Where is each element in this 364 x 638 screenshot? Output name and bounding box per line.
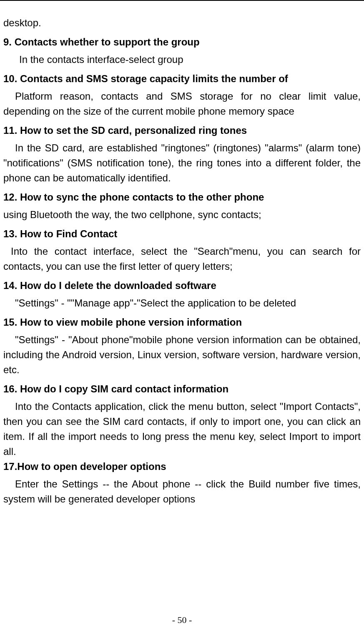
section-body-14: "Settings" - ""Manage app"-"Select the a… bbox=[3, 296, 361, 311]
section-body-11: In the SD card, are established "rington… bbox=[3, 141, 361, 186]
fragment-text: desktop. bbox=[3, 15, 361, 30]
section-body-13: Into the contact interface, select the "… bbox=[3, 244, 361, 274]
section-heading-13: 13. How to Find Contact bbox=[3, 226, 361, 241]
section-body-15: "Settings" - "About phone"mobile phone v… bbox=[3, 332, 361, 377]
section-heading-9: 9. Contacts whether to support the group bbox=[3, 35, 361, 50]
section-body-16: Into the Contacts application, click the… bbox=[3, 399, 361, 459]
page-number: - 50 - bbox=[0, 615, 364, 625]
section-heading-10: 10. Contacts and SMS storage capacity li… bbox=[3, 71, 361, 86]
document-content: desktop. 9. Contacts whether to support … bbox=[3, 15, 361, 507]
section-body-9: In the contacts interface-select group bbox=[3, 52, 361, 67]
section-heading-12: 12. How to sync the phone contacts to th… bbox=[3, 190, 361, 205]
section-body-17: Enter the Settings -- the About phone --… bbox=[3, 477, 361, 507]
section-heading-15: 15. How to view mobile phone version inf… bbox=[3, 315, 361, 330]
section-heading-16: 16. How do I copy SIM card contact infor… bbox=[3, 382, 361, 397]
section-heading-14: 14. How do I delete the downloaded softw… bbox=[3, 278, 361, 293]
section-body-12: using Bluetooth the way, the two cellpho… bbox=[3, 207, 361, 222]
section-body-10: Platform reason, contacts and SMS storag… bbox=[3, 89, 361, 119]
section-heading-17: 17.How to open developer options bbox=[3, 459, 361, 474]
section-heading-11: 11. How to set the SD card, personalized… bbox=[3, 123, 361, 138]
